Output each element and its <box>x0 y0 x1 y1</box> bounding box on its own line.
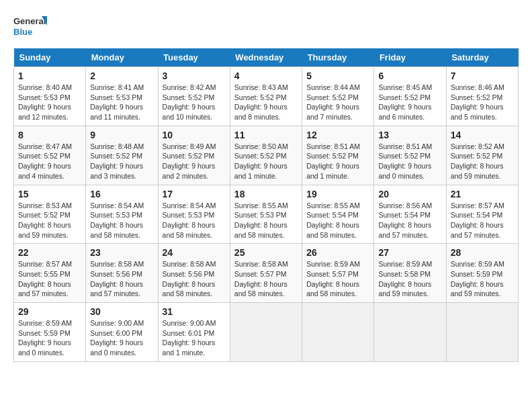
day-info: Sunrise: 8:55 AM Sunset: 5:53 PM Dayligh… <box>234 201 298 240</box>
day-number: 27 <box>378 247 441 258</box>
calendar-day: 1Sunrise: 8:40 AM Sunset: 5:53 PM Daylig… <box>14 67 86 126</box>
day-number: 9 <box>90 130 153 140</box>
day-number: 2 <box>90 71 153 81</box>
day-number: 22 <box>18 247 81 258</box>
calendar-day <box>302 303 374 362</box>
day-number: 10 <box>163 130 226 140</box>
calendar-day: 22Sunrise: 8:57 AM Sunset: 5:55 PM Dayli… <box>14 244 86 303</box>
day-number: 13 <box>378 130 441 140</box>
day-info: Sunrise: 9:00 AM Sunset: 6:00 PM Dayligh… <box>90 318 153 358</box>
calendar-day: 21Sunrise: 8:57 AM Sunset: 5:54 PM Dayli… <box>446 185 518 244</box>
svg-text:Blue: Blue <box>13 27 32 37</box>
day-number: 8 <box>18 130 81 140</box>
calendar-day: 8Sunrise: 8:47 AM Sunset: 5:52 PM Daylig… <box>14 126 86 185</box>
day-info: Sunrise: 8:51 AM Sunset: 5:52 PM Dayligh… <box>378 142 441 181</box>
day-info: Sunrise: 8:59 AM Sunset: 5:58 PM Dayligh… <box>378 259 441 299</box>
weekday-header: Friday <box>374 48 446 67</box>
day-info: Sunrise: 8:58 AM Sunset: 5:57 PM Dayligh… <box>234 259 298 299</box>
day-info: Sunrise: 8:59 AM Sunset: 5:57 PM Dayligh… <box>306 259 369 299</box>
calendar-day <box>374 303 446 362</box>
day-number: 19 <box>306 189 369 199</box>
weekday-header-row: SundayMondayTuesdayWednesdayThursdayFrid… <box>14 48 519 67</box>
day-number: 16 <box>90 189 153 199</box>
calendar-day: 16Sunrise: 8:54 AM Sunset: 5:53 PM Dayli… <box>86 185 158 244</box>
calendar-day: 26Sunrise: 8:59 AM Sunset: 5:57 PM Dayli… <box>302 244 374 303</box>
day-info: Sunrise: 8:42 AM Sunset: 5:52 PM Dayligh… <box>163 83 226 122</box>
day-info: Sunrise: 8:53 AM Sunset: 5:52 PM Dayligh… <box>18 201 81 240</box>
calendar-day: 4Sunrise: 8:43 AM Sunset: 5:52 PM Daylig… <box>230 67 302 126</box>
day-number: 5 <box>306 71 369 81</box>
day-number: 3 <box>163 71 226 81</box>
day-info: Sunrise: 8:41 AM Sunset: 5:53 PM Dayligh… <box>90 83 153 122</box>
day-info: Sunrise: 8:48 AM Sunset: 5:52 PM Dayligh… <box>90 142 153 181</box>
day-number: 11 <box>234 130 298 140</box>
day-info: Sunrise: 8:47 AM Sunset: 5:52 PM Dayligh… <box>18 142 81 181</box>
day-number: 31 <box>163 306 226 317</box>
calendar-day: 14Sunrise: 8:52 AM Sunset: 5:52 PM Dayli… <box>446 126 518 185</box>
day-number: 12 <box>306 130 369 140</box>
day-info: Sunrise: 8:52 AM Sunset: 5:52 PM Dayligh… <box>451 142 514 181</box>
calendar-week: 15Sunrise: 8:53 AM Sunset: 5:52 PM Dayli… <box>14 185 519 244</box>
calendar-day <box>230 303 302 362</box>
day-number: 14 <box>451 130 514 140</box>
day-info: Sunrise: 8:57 AM Sunset: 5:54 PM Dayligh… <box>451 201 514 240</box>
calendar-day: 13Sunrise: 8:51 AM Sunset: 5:52 PM Dayli… <box>374 126 446 185</box>
calendar-day: 19Sunrise: 8:55 AM Sunset: 5:54 PM Dayli… <box>302 185 374 244</box>
calendar-day: 11Sunrise: 8:50 AM Sunset: 5:52 PM Dayli… <box>230 126 302 185</box>
calendar-day: 2Sunrise: 8:41 AM Sunset: 5:53 PM Daylig… <box>86 67 158 126</box>
calendar-day: 7Sunrise: 8:46 AM Sunset: 5:52 PM Daylig… <box>446 67 518 126</box>
day-info: Sunrise: 8:54 AM Sunset: 5:53 PM Dayligh… <box>90 201 153 240</box>
day-number: 28 <box>451 247 514 258</box>
weekday-header: Thursday <box>302 48 374 67</box>
day-number: 4 <box>234 71 298 81</box>
weekday-header: Saturday <box>446 48 518 67</box>
calendar-day: 25Sunrise: 8:58 AM Sunset: 5:57 PM Dayli… <box>230 244 302 303</box>
day-number: 26 <box>306 247 369 258</box>
page-header: General Blue <box>13 13 519 42</box>
calendar-day: 29Sunrise: 8:59 AM Sunset: 5:59 PM Dayli… <box>14 303 86 362</box>
calendar-week: 22Sunrise: 8:57 AM Sunset: 5:55 PM Dayli… <box>14 244 519 303</box>
logo: General Blue <box>13 13 47 42</box>
calendar-day <box>446 303 518 362</box>
day-number: 21 <box>451 189 514 199</box>
day-info: Sunrise: 9:00 AM Sunset: 6:01 PM Dayligh… <box>163 318 226 358</box>
calendar-day: 10Sunrise: 8:49 AM Sunset: 5:52 PM Dayli… <box>158 126 230 185</box>
day-info: Sunrise: 8:54 AM Sunset: 5:53 PM Dayligh… <box>163 201 226 240</box>
day-info: Sunrise: 8:59 AM Sunset: 5:59 PM Dayligh… <box>18 318 81 358</box>
calendar-day: 15Sunrise: 8:53 AM Sunset: 5:52 PM Dayli… <box>14 185 86 244</box>
day-info: Sunrise: 8:43 AM Sunset: 5:52 PM Dayligh… <box>234 83 298 122</box>
day-number: 1 <box>18 71 81 81</box>
day-info: Sunrise: 8:49 AM Sunset: 5:52 PM Dayligh… <box>163 142 226 181</box>
weekday-header: Tuesday <box>158 48 230 67</box>
day-number: 25 <box>234 247 298 258</box>
calendar-day: 31Sunrise: 9:00 AM Sunset: 6:01 PM Dayli… <box>158 303 230 362</box>
day-info: Sunrise: 8:59 AM Sunset: 5:59 PM Dayligh… <box>451 259 514 299</box>
svg-text:General: General <box>13 16 46 26</box>
day-number: 18 <box>234 189 298 199</box>
calendar-day: 3Sunrise: 8:42 AM Sunset: 5:52 PM Daylig… <box>158 67 230 126</box>
day-info: Sunrise: 8:40 AM Sunset: 5:53 PM Dayligh… <box>18 83 81 122</box>
day-number: 15 <box>18 189 81 199</box>
day-info: Sunrise: 8:51 AM Sunset: 5:52 PM Dayligh… <box>306 142 369 181</box>
day-info: Sunrise: 8:50 AM Sunset: 5:52 PM Dayligh… <box>234 142 298 181</box>
calendar-day: 6Sunrise: 8:45 AM Sunset: 5:52 PM Daylig… <box>374 67 446 126</box>
calendar-week: 1Sunrise: 8:40 AM Sunset: 5:53 PM Daylig… <box>14 67 519 126</box>
weekday-header: Wednesday <box>230 48 302 67</box>
day-info: Sunrise: 8:57 AM Sunset: 5:55 PM Dayligh… <box>18 259 81 299</box>
calendar-day: 24Sunrise: 8:58 AM Sunset: 5:56 PM Dayli… <box>158 244 230 303</box>
calendar-day: 27Sunrise: 8:59 AM Sunset: 5:58 PM Dayli… <box>374 244 446 303</box>
calendar-day: 18Sunrise: 8:55 AM Sunset: 5:53 PM Dayli… <box>230 185 302 244</box>
calendar-table: SundayMondayTuesdayWednesdayThursdayFrid… <box>13 48 519 362</box>
day-number: 23 <box>90 247 153 258</box>
day-info: Sunrise: 8:44 AM Sunset: 5:52 PM Dayligh… <box>306 83 369 122</box>
calendar-day: 20Sunrise: 8:56 AM Sunset: 5:54 PM Dayli… <box>374 185 446 244</box>
weekday-header: Sunday <box>14 48 86 67</box>
logo-svg: General Blue <box>13 13 47 42</box>
day-number: 6 <box>378 71 441 81</box>
weekday-header: Monday <box>86 48 158 67</box>
day-info: Sunrise: 8:58 AM Sunset: 5:56 PM Dayligh… <box>163 259 226 299</box>
calendar-week: 8Sunrise: 8:47 AM Sunset: 5:52 PM Daylig… <box>14 126 519 185</box>
calendar-day: 17Sunrise: 8:54 AM Sunset: 5:53 PM Dayli… <box>158 185 230 244</box>
day-info: Sunrise: 8:58 AM Sunset: 5:56 PM Dayligh… <box>90 259 153 299</box>
day-number: 29 <box>18 306 81 317</box>
